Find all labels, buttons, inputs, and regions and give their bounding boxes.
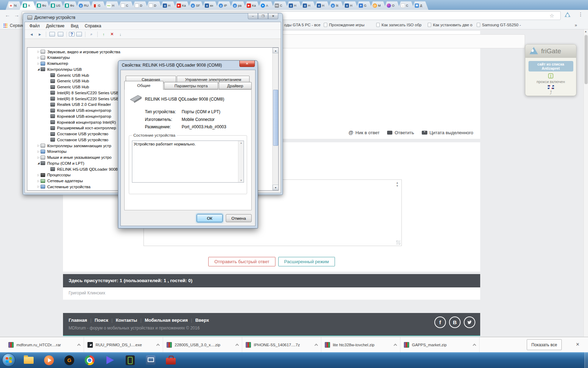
expander-icon[interactable]: ▷ [36, 156, 41, 159]
back-arrow-icon[interactable]: ◄ [28, 31, 35, 38]
facebook-icon[interactable]: f [434, 316, 446, 328]
resize-grip-icon[interactable] [396, 240, 400, 245]
dialog-tab-general[interactable]: Общие [124, 81, 163, 90]
bookmark-item[interactable]: Samsung GT-S5250 - [477, 23, 521, 27]
expander-icon[interactable]: ▷ [36, 56, 41, 59]
bookmark-item[interactable]: Как установить две о [428, 23, 472, 27]
expander-icon[interactable]: ▷ [36, 179, 41, 183]
maximize-button[interactable]: ❐ [258, 13, 268, 19]
browser-tab[interactable]: eSF [188, 1, 204, 10]
forward-arrow-icon[interactable]: ► [36, 31, 44, 38]
expander-icon[interactable]: ▷ [36, 144, 41, 147]
tree-scrollbar[interactable]: ▲ ▼ [272, 48, 278, 190]
expander-icon[interactable]: ▷ [36, 150, 41, 153]
expander-icon[interactable]: ◢ [36, 68, 41, 71]
browser-tab[interactable]: Фо [34, 1, 50, 10]
bookmark-star-icon[interactable]: ☆ [550, 13, 554, 19]
properties-icon[interactable] [75, 31, 83, 38]
taskbar-app-orange[interactable] [40, 353, 58, 368]
chevron-up-icon[interactable] [156, 344, 160, 347]
search-icon[interactable]: ⌕ [88, 31, 95, 38]
back-icon[interactable]: ← [5, 12, 10, 18]
footer-link[interactable]: Вверх [188, 318, 209, 323]
scrollbar-thumb[interactable] [584, 35, 588, 84]
download-item[interactable]: mdforum.ru_HTCDr....rar [5, 337, 84, 353]
download-item[interactable]: lite htc328w-tovchel.zip [321, 337, 400, 353]
close-button[interactable]: ✕ [268, 13, 278, 19]
update-driver-icon[interactable]: ↑ [100, 31, 107, 38]
footer-link[interactable]: Поиск [87, 318, 108, 323]
browser-tab[interactable]: ➤A [258, 1, 274, 10]
page-scrollbar[interactable]: ▲ [583, 29, 588, 337]
browser-tab[interactable]: 4кн [202, 1, 218, 10]
browser-tab[interactable]: 4H [342, 1, 358, 10]
browser-tab[interactable]: US [48, 1, 64, 10]
scan-icon[interactable]: ↓ [117, 31, 124, 38]
browser-tab[interactable]: D [146, 1, 162, 10]
device-manager-titlebar[interactable]: Диспетчер устройств [23, 13, 282, 22]
reply-action-bubble[interactable]: Ответить [387, 130, 414, 135]
device-tree-item[interactable]: ▷Клавиатуры [28, 55, 271, 61]
frigate-extension-icon[interactable] [565, 12, 570, 18]
chevron-up-icon[interactable] [315, 344, 318, 347]
dialog-tab-port-settings[interactable]: Параметры порта [164, 82, 218, 89]
show-all-downloads-button[interactable]: Показать все [527, 339, 562, 350]
advanced-mode-button[interactable]: Расширенный режим [278, 257, 335, 266]
console-icon[interactable] [48, 31, 56, 38]
browser-tab[interactable]: Д [412, 1, 428, 10]
downloads-close-icon[interactable]: ✕ [576, 342, 580, 347]
browser-tab[interactable]: D [132, 1, 148, 10]
expander-icon[interactable]: ▷ [36, 62, 41, 65]
taskbar-app-purple[interactable] [101, 353, 119, 368]
menu-item-файл[interactable]: Файл [26, 23, 43, 28]
browser-tab[interactable]: eRU [76, 1, 92, 10]
taskbar-app-bluetool[interactable] [141, 353, 160, 368]
apps-grid-icon[interactable] [4, 23, 8, 28]
editor-sort-icons[interactable]: ▲▼ [396, 181, 399, 188]
download-item[interactable]: 228005_USB_3.0_x....zip [163, 337, 242, 353]
footer-link[interactable]: Контакты [108, 318, 137, 323]
download-item[interactable]: RUU_PRIMO_DS_I....exe [84, 337, 163, 353]
help-icon[interactable]: ? [69, 32, 75, 36]
device-tree-item[interactable]: ▷Звуковые, видео и игровые устройства [28, 49, 271, 55]
browser-tab[interactable]: epa [230, 1, 246, 10]
textarea-scrollbar[interactable]: ▲ ▼ [238, 141, 244, 182]
vk-icon[interactable]: B [449, 316, 461, 328]
browser-tab[interactable]: @M [370, 1, 386, 10]
browser-tab[interactable]: Фо [62, 1, 78, 10]
scroll-up-icon[interactable]: ▲ [238, 142, 244, 144]
bookmarks-overflow-icon[interactable]: » [575, 23, 577, 28]
scroll-down-icon[interactable]: ▼ [273, 185, 279, 190]
twitter-icon[interactable] [464, 316, 475, 328]
taskbar-app-gblack[interactable]: G [60, 353, 78, 368]
frigate-up-arrow-icon[interactable]: ⤴ [525, 90, 576, 95]
frigate-power-icon[interactable]: ❙ [548, 73, 553, 79]
ok-button[interactable]: ОК [197, 214, 223, 222]
browser-tab[interactable]: 4H [300, 1, 316, 10]
taskbar-app-redbox[interactable] [162, 353, 180, 368]
device-status-textarea[interactable]: Устройство работает нормально. ▲ ▼ [132, 141, 244, 183]
chevron-up-icon[interactable] [394, 344, 397, 347]
expander-icon[interactable]: ▷ [36, 185, 41, 188]
browser-tab[interactable]: eIP [216, 1, 232, 10]
browser-tab[interactable]: elit [328, 1, 344, 10]
taskbar-app-chrome[interactable] [80, 353, 99, 368]
frigate-list-badge[interactable]: сайт из списка Antizapret [528, 61, 573, 71]
menu-item-справка[interactable]: Справка [82, 23, 104, 28]
show-desktop-button[interactable] [584, 352, 588, 368]
uninstall-icon[interactable]: ✕ [108, 31, 116, 38]
footer-link[interactable]: Главная [69, 318, 87, 323]
menu-item-вид[interactable]: Вид [68, 23, 82, 28]
chevron-up-icon[interactable] [236, 344, 239, 347]
bookmark-item[interactable]: Как записать ISO обр [376, 23, 421, 27]
uk-flag-icon[interactable] [548, 85, 554, 89]
browser-tab[interactable]: C [118, 1, 134, 10]
scrollbar-thumb[interactable] [273, 90, 278, 146]
dialog-close-button[interactable]: ✕ [239, 61, 255, 67]
download-item[interactable]: GAPPS_market.zip [400, 337, 479, 353]
browser-tab[interactable]: Яht [6, 1, 22, 10]
dialog-titlebar[interactable]: Свойства: RELINK HS-USB QDLoader 9008 (C… [118, 61, 258, 70]
list-icon[interactable] [57, 31, 64, 38]
bookmark-item[interactable]: Прохождение игры [324, 23, 364, 27]
browser-tab[interactable]: O [384, 1, 400, 10]
